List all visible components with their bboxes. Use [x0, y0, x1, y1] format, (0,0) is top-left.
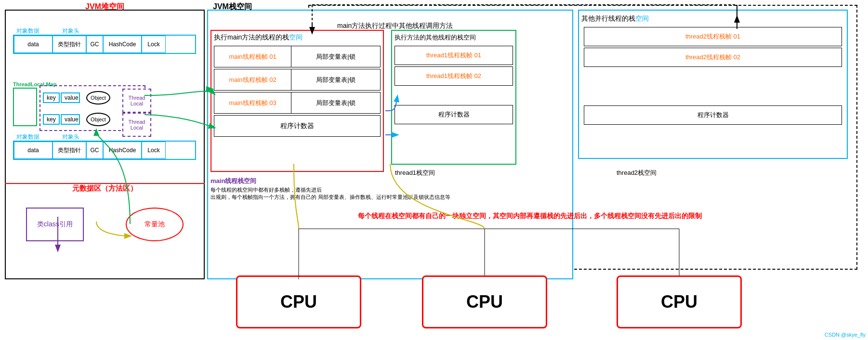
cpu-box-2: CPU: [422, 275, 547, 328]
top-callout-text: main方法执行过程中其他线程调用方法: [337, 22, 453, 30]
metadata-boxes: 类class引用 常量池: [5, 208, 205, 241]
thread2-frame-02: thread2线程栈帧 02: [584, 48, 842, 67]
object-oval-2: Object: [86, 113, 110, 126]
metadata-area: 元数据区（方法区） 类class引用 常量池: [5, 184, 205, 273]
object-data-bottom: 对象数据 对象头 data 类型指针 GC HashCode Lock: [13, 141, 196, 160]
metadata-title: 元数据区（方法区）: [5, 184, 205, 193]
thread2-label: thread2栈空间: [617, 169, 657, 177]
main-stack-label: main线程栈空间: [210, 177, 256, 185]
thread2-stack: 其他并行线程的栈空间 thread2线程栈帧 01 thread2线程栈帧 02…: [578, 10, 848, 159]
main-frame-02-local: 局部变量表|锁: [291, 69, 380, 90]
key-cell-1: key: [43, 92, 60, 103]
threadlocal-map-area: ThreadLocal Map key value Object ThreadL…: [13, 80, 196, 88]
value-cell-1: value: [61, 92, 80, 103]
main-frame-01-local: 局部变量表|锁: [291, 46, 380, 67]
cell-data-top: data: [14, 36, 53, 53]
main-frame-03: main线程栈帧 03 局部变量表|锁: [214, 92, 381, 114]
value-cell-2: value: [61, 114, 80, 125]
key-cell-2: key: [43, 114, 60, 125]
main-frame-03-label: main线程栈帧 03: [214, 92, 291, 113]
main-frame-03-local: 局部变量表|锁: [291, 92, 380, 113]
main-thread-stack-title: 执行main方法的线程的栈空间: [211, 31, 383, 44]
object-row-top: data 类型指针 GC HashCode Lock: [14, 36, 195, 53]
cpu-box-1: CPU: [236, 275, 361, 328]
main-thread-stack: 执行main方法的线程的栈空间 main线程栈帧 01 局部变量表|锁 main…: [210, 30, 384, 172]
thread-local-box-2: ThreadLocal: [122, 113, 151, 137]
cell-gc-top: GC: [86, 36, 103, 53]
cell-type-bottom: 类型指针: [53, 142, 86, 159]
cell-hash-top: HashCode: [103, 36, 142, 53]
bottom-red-text: 每个线程在栈空间都有自己的一块独立空间，其空间内部再遵循栈的先进后出，多个线程栈…: [207, 212, 853, 221]
thread1-frame-01: thread1线程栈帧 01: [395, 46, 513, 65]
main-frame-01-label: main线程栈帧 01: [214, 46, 291, 67]
main-stack-desc: 每个线程的栈空间中都有好多栈帧，遵循先进后 出规则，每个栈帧指向一个方法，拥有自…: [210, 186, 567, 201]
object-data-top-label: 对象数据: [16, 27, 39, 35]
thread1-frame-02: thread1线程栈帧 02: [395, 66, 513, 86]
constant-pool-box: 常量池: [126, 208, 184, 241]
object-data-top: 对象数据 对象头 data 类型指针 GC HashCode Lock: [13, 35, 196, 54]
thread2-header: 其他并行线程的栈空间: [579, 11, 847, 26]
threadlocal-map-box: [13, 88, 37, 126]
cell-data-bottom: data: [14, 142, 53, 159]
watermark: CSDN @skye_fly: [825, 332, 866, 338]
cell-gc-bottom: GC: [86, 142, 103, 159]
object-oval-1: Object: [86, 91, 110, 105]
main-frame-02-label: main线程栈帧 02: [214, 69, 291, 90]
class-ref-box: 类class引用: [26, 208, 84, 241]
thread1-label: thread1栈空间: [395, 169, 435, 177]
kv-row-2: key value Object ThreadLocal: [43, 113, 110, 126]
main-frame-01: main线程栈帧 01 局部变量表|锁: [214, 46, 381, 67]
diagram-container: JVM堆空间 对象数据 对象头 data 类型指针 GC HashCode Lo…: [0, 0, 868, 340]
jvm-stack-title: JVM栈空间: [213, 2, 252, 12]
cpu-box-3: CPU: [617, 275, 742, 328]
object-row-bottom: data 类型指针 GC HashCode Lock: [14, 142, 195, 159]
cell-lock-bottom: Lock: [142, 142, 166, 159]
thread1-program-counter: 程序计数器: [395, 105, 513, 124]
object-data-bottom-label: 对象数据: [16, 133, 39, 141]
jvm-heap-title: JVM堆空间: [85, 2, 124, 12]
cell-lock-top: Lock: [142, 36, 166, 53]
object-head-bottom-label: 对象头: [62, 133, 79, 141]
cell-hash-bottom: HashCode: [103, 142, 142, 159]
thread1-title: 执行方法的其他线程的栈空间: [392, 31, 515, 44]
main-program-counter: 程序计数器: [214, 115, 381, 137]
object-head-top-label: 对象头: [62, 27, 79, 35]
jvm-stack-box: JVM栈空间 执行main方法的线程的栈空间 main线程栈帧 01 局部变量表…: [207, 10, 573, 279]
thread1-stack: 执行方法的其他线程的栈空间 thread1线程栈帧 01 thread1线程栈帧…: [391, 30, 516, 165]
main-frame-02: main线程栈帧 02 局部变量表|锁: [214, 69, 381, 91]
kv-row-1: key value Object ThreadLocal: [43, 91, 110, 105]
thread2-frame-01: thread2线程栈帧 01: [584, 27, 842, 46]
cell-type-top: 类型指针: [53, 36, 86, 53]
thread-local-box-1: ThreadLocal: [122, 89, 151, 113]
thread2-program-counter: 程序计数器: [584, 105, 842, 125]
